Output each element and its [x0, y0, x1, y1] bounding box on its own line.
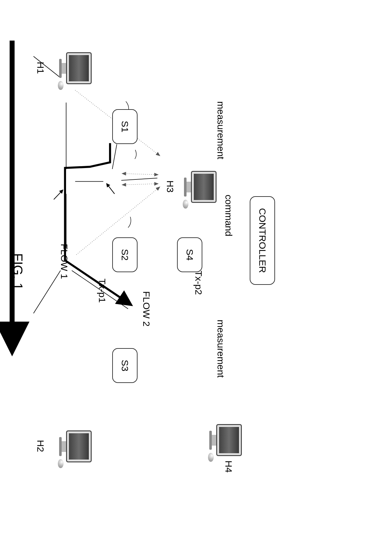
flow1-label: FLOW 1 [59, 244, 70, 279]
switch-s2: S2 [112, 237, 138, 272]
tx-p1-label: Tx-p1 [97, 279, 107, 303]
host-h2 [59, 430, 92, 462]
s3-label: S3 [119, 360, 130, 372]
s1-label: S1 [119, 121, 130, 133]
host-h4 [209, 424, 242, 456]
controller-label: CONTROLLER [257, 208, 268, 273]
svg-line-13 [54, 190, 63, 199]
s4-label: S4 [184, 249, 195, 261]
measurement-left-label: measurement [215, 101, 226, 159]
controller-node: CONTROLLER [250, 196, 275, 285]
measurement-right-label: measurement [215, 320, 226, 378]
switch-s4: S4 [177, 237, 202, 272]
h3-label: H3 [165, 180, 175, 192]
svg-line-8 [121, 178, 157, 180]
s2-label: S2 [119, 249, 130, 261]
svg-line-12 [122, 184, 158, 185]
flow2-label: FLOW 2 [141, 291, 152, 327]
svg-line-4 [34, 271, 60, 313]
h4-label: H4 [223, 460, 234, 473]
h2-label: H2 [35, 440, 46, 452]
switch-s1: S1 [112, 109, 138, 144]
switch-s3: S3 [112, 348, 138, 383]
command-label: command [223, 195, 234, 236]
tx-p2-label: Tx-p2 [193, 271, 204, 295]
svg-line-14 [107, 184, 114, 194]
host-h3 [184, 171, 217, 203]
svg-line-11 [122, 173, 158, 175]
h1-label: H1 [35, 62, 46, 74]
host-h1 [59, 52, 92, 84]
svg-line-7 [112, 144, 117, 169]
